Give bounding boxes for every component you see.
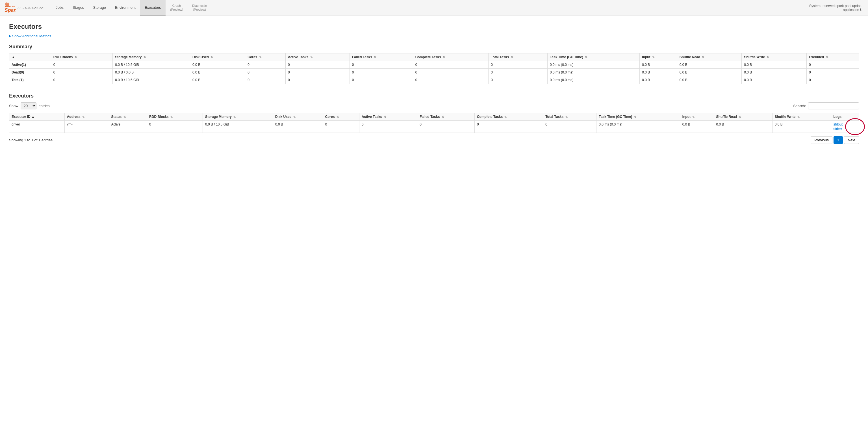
- prev-button[interactable]: Previous: [811, 136, 832, 144]
- summary-col-storage-memory[interactable]: Storage Memory ⇅: [113, 54, 190, 61]
- show-metrics-link[interactable]: Show Additional Metrics: [9, 34, 51, 38]
- exec-col-shuffle-read[interactable]: Shuffle Read ⇅: [714, 113, 772, 121]
- exec-col-input[interactable]: Input ⇅: [680, 113, 714, 121]
- sort-icon: ⇅: [310, 56, 312, 59]
- pagination-bar: Showing 1 to 1 of 1 entries Previous 1 N…: [9, 136, 859, 144]
- complete-tasks-cell: 0: [474, 121, 543, 133]
- summary-col-task-time[interactable]: Task Time (GC Time) ⇅: [547, 54, 640, 61]
- exec-col-failed[interactable]: Failed Tasks ⇅: [417, 113, 475, 121]
- cores-cell: 0: [323, 121, 359, 133]
- failed-tasks-cell: 0: [417, 121, 475, 133]
- sort-icon: ⇅: [634, 115, 636, 118]
- active-tasks-cell: 0: [359, 121, 417, 133]
- sort-icon: ⇅: [797, 115, 800, 118]
- summary-col-label[interactable]: ▲: [9, 54, 51, 61]
- sort-icon: ⇅: [443, 56, 445, 59]
- exec-col-id[interactable]: Executor ID ▲: [9, 113, 65, 121]
- nav-environment[interactable]: Environment: [111, 0, 140, 16]
- summary-col-shuffle-write[interactable]: Shuffle Write ⇅: [742, 54, 807, 61]
- executors-section: Executors Show 102050100 entries Search:…: [9, 93, 859, 144]
- spark-logo: APACHE Spark 3.1.2.5.0-66290225: [4, 2, 44, 13]
- stdout-link[interactable]: stdout: [834, 122, 857, 126]
- sort-icon: ⇅: [384, 115, 386, 118]
- exec-col-disk[interactable]: Disk Used ⇅: [273, 113, 323, 121]
- sort-icon: ⇅: [826, 56, 828, 59]
- summary-col-input[interactable]: Input ⇅: [640, 54, 677, 61]
- showing-text: Showing 1 to 1 of 1 entries: [9, 138, 53, 142]
- summary-cell: 0: [806, 76, 859, 84]
- next-button[interactable]: Next: [844, 136, 859, 144]
- summary-cell: Active(1): [9, 61, 51, 69]
- exec-col-rdd[interactable]: RDD Blocks ⇅: [147, 113, 203, 121]
- show-entries: Show 102050100 entries: [9, 102, 50, 110]
- task-time-cell: 0.0 ms (0.0 ms): [596, 121, 680, 133]
- nav-graph[interactable]: Graph (Preview): [165, 0, 188, 16]
- page-1-button[interactable]: 1: [834, 136, 843, 144]
- summary-table: ▲ RDD Blocks ⇅ Storage Memory ⇅ Disk Use…: [9, 53, 859, 84]
- exec-col-total[interactable]: Total Tasks ⇅: [543, 113, 596, 121]
- nav-storage[interactable]: Storage: [88, 0, 111, 16]
- nav-links: Jobs Stages Storage Environment Executor…: [51, 0, 211, 16]
- status-cell: Active: [109, 121, 147, 133]
- summary-col-shuffle-read[interactable]: Shuffle Read ⇅: [677, 54, 742, 61]
- exec-col-active[interactable]: Active Tasks ⇅: [359, 113, 417, 121]
- summary-section: Summary ▲ RDD Blocks ⇅ Storage Memory ⇅ …: [9, 44, 859, 84]
- search-input[interactable]: [808, 102, 859, 110]
- exec-col-shuffle-write[interactable]: Shuffle Write ⇅: [772, 113, 831, 121]
- summary-cell: 0.0 B: [677, 69, 742, 76]
- page-title: Executors: [9, 23, 859, 31]
- summary-cell: 0.0 B: [677, 61, 742, 69]
- spark-logo-icon: APACHE Spark: [4, 2, 16, 13]
- summary-row: Active(1)00.0 B / 10.5 GiB0.0 B000000.0 …: [9, 61, 859, 69]
- exec-col-storage[interactable]: Storage Memory ⇅: [203, 113, 273, 121]
- summary-col-complete-tasks[interactable]: Complete Tasks ⇅: [413, 54, 489, 61]
- summary-cell: 0.0 B: [742, 61, 807, 69]
- exec-col-tasktime[interactable]: Task Time (GC Time) ⇅: [596, 113, 680, 121]
- show-entries-select[interactable]: 102050100: [21, 102, 36, 110]
- summary-col-disk[interactable]: Disk Used ⇅: [190, 54, 245, 61]
- stderr-link[interactable]: stderr: [834, 127, 857, 131]
- summary-cell: 0.0 B: [742, 69, 807, 76]
- summary-col-active-tasks[interactable]: Active Tasks ⇅: [286, 54, 350, 61]
- sort-icon: ⇅: [211, 56, 213, 59]
- summary-cell: 0.0 B / 10.5 GiB: [113, 61, 190, 69]
- sort-icon: ⇅: [123, 115, 126, 118]
- nav-diagnostic[interactable]: Diagnostic (Preview): [188, 0, 211, 16]
- page-content: Executors Show Additional Metrics Summar…: [0, 16, 868, 160]
- sort-icon: ⇅: [74, 56, 77, 59]
- executor-id-cell: driver: [9, 121, 65, 133]
- nav-stages[interactable]: Stages: [68, 0, 88, 16]
- exec-col-address[interactable]: Address ⇅: [64, 113, 109, 121]
- exec-col-status[interactable]: Status ⇅: [109, 113, 147, 121]
- table-row: drivervm-Active00.0 B / 10.5 GiB0.0 B000…: [9, 121, 859, 133]
- summary-cell: 0: [413, 61, 489, 69]
- summary-col-rdd[interactable]: RDD Blocks ⇅: [51, 54, 113, 61]
- navbar: APACHE Spark 3.1.2.5.0-66290225 Jobs Sta…: [0, 0, 868, 16]
- table-controls: Show 102050100 entries Search:: [9, 102, 859, 110]
- summary-cell: 0.0 B: [640, 61, 677, 69]
- summary-cell: 0: [245, 61, 286, 69]
- summary-cell: 0.0 B: [742, 76, 807, 84]
- summary-col-excluded[interactable]: Excluded ⇅: [806, 54, 859, 61]
- sort-icon: ⇅: [504, 115, 507, 118]
- total-tasks-cell: 0: [543, 121, 596, 133]
- exec-col-complete[interactable]: Complete Tasks ⇅: [474, 113, 543, 121]
- sort-icon: ⇅: [739, 115, 741, 118]
- nav-jobs[interactable]: Jobs: [51, 0, 68, 16]
- summary-col-cores[interactable]: Cores ⇅: [245, 54, 286, 61]
- summary-col-failed-tasks[interactable]: Failed Tasks ⇅: [349, 54, 413, 61]
- summary-cell: 0: [349, 76, 413, 84]
- executors-header-row: Executor ID ▲ Address ⇅ Status ⇅ RDD Blo…: [9, 113, 859, 121]
- summary-title: Summary: [9, 44, 859, 50]
- summary-col-total-tasks[interactable]: Total Tasks ⇅: [489, 54, 548, 61]
- sort-icon: ⇅: [170, 115, 173, 118]
- exec-col-cores[interactable]: Cores ⇅: [323, 113, 359, 121]
- sort-icon: ⇅: [767, 56, 769, 59]
- nav-executors[interactable]: Executors: [140, 0, 165, 16]
- sort-icon: ⇅: [144, 56, 146, 59]
- summary-cell: 0.0 B: [190, 76, 245, 84]
- summary-cell: 0: [286, 76, 350, 84]
- summary-cell: 0: [51, 69, 113, 76]
- exec-col-logs: Logs: [831, 113, 859, 121]
- sort-icon: ⇅: [259, 56, 261, 59]
